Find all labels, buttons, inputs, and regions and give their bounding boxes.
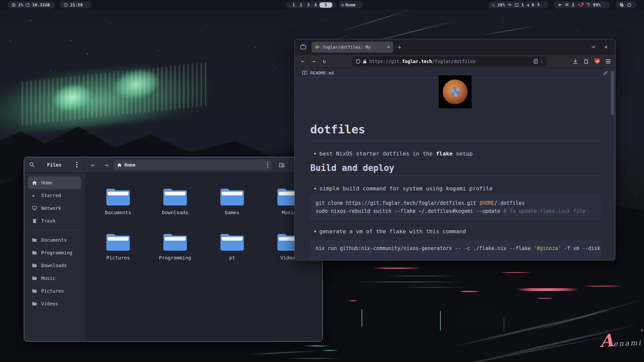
brightness-icon[interactable]: ○ [492, 2, 495, 7]
new-tab-button[interactable]: + [398, 44, 401, 51]
path-location: Home [124, 162, 136, 168]
downloads-icon[interactable] [573, 59, 578, 64]
volume-muted-icon[interactable]: ◀ [527, 3, 529, 7]
clipboard-copy-icon[interactable] [620, 3, 624, 7]
glitch-streak [287, 358, 342, 359]
url-text: https://git.foglar.tech/foglar/dotfiles [369, 59, 531, 64]
sidebar-item-downloads[interactable]: Downloads [28, 259, 81, 272]
wifi-filled-icon[interactable] [557, 3, 562, 7]
red-glitch [373, 267, 421, 269]
signature-mark: ° [640, 328, 644, 335]
scrollbar-thumb[interactable] [611, 71, 614, 115]
microphone-icon[interactable] [537, 3, 540, 7]
workspace-4[interactable]: 4 [312, 2, 319, 7]
path-menu-button[interactable] [267, 162, 268, 168]
status-pill-right: UC ᛒ 99% [553, 1, 610, 8]
tab-title: foglar/dotfiles: My [323, 45, 384, 50]
sidebar-label: Pictures [41, 288, 64, 294]
readme-bullet-2: simple build command for system using ko… [310, 185, 601, 192]
notification-count: 1 [521, 2, 524, 7]
brightness-value: 20% [497, 2, 505, 7]
reader-mode-icon[interactable] [534, 59, 538, 64]
browser-nav-bar: ← → ↻ https://git.foglar.tech/foglar/dot… [295, 55, 615, 68]
workspace-2[interactable]: 2 [298, 2, 305, 7]
readme-subtitle: Build and deploy [310, 163, 601, 176]
bookmark-star-icon[interactable]: ☆ [540, 59, 543, 64]
list-tabs-chevron-icon[interactable] [591, 46, 596, 48]
power-plug-icon [586, 3, 590, 7]
url-bar[interactable]: https://git.foglar.tech/foglar/dotfiles … [353, 56, 546, 66]
search-folder-button[interactable] [277, 160, 287, 170]
url-domain: foglar.tech [402, 59, 432, 64]
path-bar[interactable]: Home [114, 160, 271, 170]
glitch-streak [402, 287, 470, 288]
folder-pictures[interactable]: Pictures [93, 232, 143, 260]
sidebar-item-programming[interactable]: Programming [28, 246, 81, 259]
sidebar-item-videos[interactable]: Videos [28, 297, 81, 310]
code-block-vm[interactable]: nix run github:nix-community/nixos-gener… [310, 240, 601, 260]
back-button[interactable]: ← [88, 161, 99, 168]
folder-label: Programming [150, 255, 200, 260]
workspace-5-active[interactable]: 5 [319, 2, 332, 8]
edit-pencil-icon[interactable] [603, 71, 608, 75]
sidebar-label: Home [41, 180, 53, 185]
notification-icon[interactable] [515, 3, 519, 7]
bluetooth-icon[interactable]: ᛒ [572, 2, 575, 7]
scrollbar[interactable] [610, 68, 614, 260]
lock-icon[interactable] [363, 59, 367, 64]
folder-documents[interactable]: Documents [93, 186, 143, 215]
sidebar-label: Network [41, 205, 61, 211]
search-button[interactable] [27, 160, 37, 170]
system-stats-pill[interactable]: 1% 10.31GB [8, 1, 55, 8]
workspace-3[interactable]: 3 [305, 2, 312, 7]
memory-usage: 10.31GB [32, 2, 50, 7]
sidebar-item-pictures[interactable]: Pictures [28, 285, 81, 297]
power-icon[interactable] [627, 3, 631, 7]
home-icon [117, 163, 122, 167]
green-dash [302, 345, 330, 347]
glitch-streak [480, 25, 536, 36]
folder-label: Pictures [93, 255, 143, 260]
nav-reload-button[interactable]: ↻ [319, 58, 330, 64]
sidebar-item-starred[interactable]: ★ Starred [28, 189, 81, 202]
vpn-wave-icon[interactable] [578, 4, 583, 6]
folder-downloads[interactable]: Downloads [150, 186, 200, 215]
star-icon: ★ [32, 193, 37, 198]
url-prefix: https://git. [369, 59, 402, 64]
sidebar-menu-button[interactable] [72, 160, 82, 170]
sidebar-item-trash[interactable]: Trash [28, 215, 81, 227]
sidebar-item-network[interactable]: Network [28, 202, 81, 215]
clock-pill[interactable]: 21:58 [60, 1, 91, 8]
menu-icon[interactable] [606, 59, 610, 63]
files-sidebar: Home ★ Starred Network Trash Documents P… [24, 173, 85, 341]
firefox-view-icon[interactable] [300, 44, 306, 50]
folder-pt[interactable]: pt [207, 232, 257, 260]
shield-icon[interactable] [356, 59, 360, 64]
sidebar-item-home[interactable]: Home [28, 176, 81, 189]
sidebar-label: Downloads [41, 263, 67, 268]
ublock-icon[interactable]: uO [594, 58, 600, 64]
wifi-icon[interactable] [507, 3, 512, 7]
readme-filename: README.md [310, 70, 334, 75]
window-close-icon[interactable]: × [604, 44, 608, 50]
red-glitch [583, 286, 623, 287]
green-dash [320, 350, 339, 351]
files-app-title: Files [37, 162, 72, 168]
forward-button[interactable]: → [101, 161, 112, 168]
code-block-build[interactable]: git clone https://git.foglar.tech/foglar… [310, 195, 601, 220]
extensions-icon[interactable] [584, 59, 589, 64]
url-path: /foglar/dotfiles [432, 59, 476, 64]
sidebar-item-documents[interactable]: Documents [28, 234, 81, 246]
nav-forward-button[interactable]: → [308, 58, 319, 64]
memory-gauge-icon [25, 3, 30, 7]
sidebar-item-music[interactable]: Music [28, 272, 81, 285]
gitea-favicon [315, 44, 320, 50]
browser-tab[interactable]: foglar/dotfiles: My × [312, 42, 393, 53]
nav-back-button[interactable]: ← [298, 58, 308, 64]
workspace-1[interactable]: 1 [290, 2, 298, 7]
folder-programming[interactable]: Programming [150, 232, 200, 260]
files-sidebar-header: Files [24, 157, 85, 172]
tab-close-icon[interactable]: × [387, 44, 390, 50]
folder-games[interactable]: Games [207, 186, 257, 215]
uc-app-icon[interactable]: UC [565, 3, 569, 7]
